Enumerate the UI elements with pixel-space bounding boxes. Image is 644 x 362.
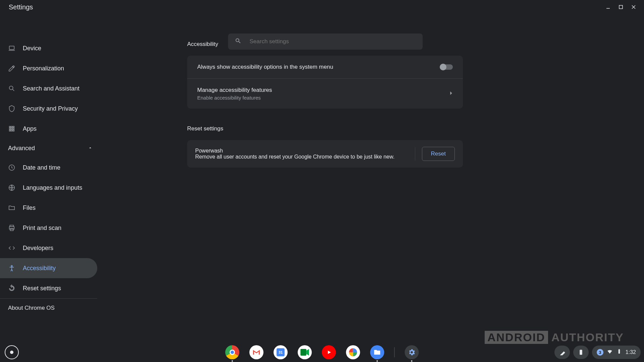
section-title-reset: Reset settings bbox=[187, 125, 644, 132]
svg-point-6 bbox=[9, 86, 13, 90]
chevron-right-icon bbox=[449, 91, 453, 97]
maximize-button[interactable] bbox=[614, 1, 627, 13]
shelf-app-files[interactable] bbox=[370, 345, 384, 359]
sidebar-item-search-assistant[interactable]: Search and Assistant bbox=[0, 78, 97, 99]
svg-rect-26 bbox=[619, 350, 620, 354]
sidebar-item-accessibility[interactable]: Accessibility bbox=[0, 258, 97, 278]
laptop-icon bbox=[8, 45, 15, 52]
svg-rect-10 bbox=[13, 126, 14, 128]
watermark-right: AUTHORITY bbox=[551, 331, 624, 344]
tray-clock: 1:32 bbox=[626, 349, 636, 355]
search-bar[interactable] bbox=[228, 34, 423, 50]
sidebar-item-label: Search and Assistant bbox=[23, 85, 79, 92]
sidebar-item-date-time[interactable]: Date and time bbox=[0, 158, 97, 178]
about-label: About Chrome OS bbox=[8, 305, 55, 311]
content-area: Accessibility Always show accessibility … bbox=[101, 14, 644, 362]
accessibility-icon bbox=[8, 264, 15, 272]
sidebar-item-label: Security and Privacy bbox=[23, 105, 78, 112]
sidebar-item-languages[interactable]: Languages and inputs bbox=[0, 178, 97, 198]
svg-rect-9 bbox=[11, 126, 12, 128]
tray-stylus[interactable] bbox=[554, 346, 570, 359]
sidebar-item-label: Apps bbox=[23, 125, 37, 132]
svg-rect-4 bbox=[9, 46, 14, 50]
shelf-app-photos[interactable] bbox=[346, 345, 360, 359]
sidebar-item-reset-settings[interactable]: Reset settings bbox=[0, 278, 97, 298]
search-icon bbox=[8, 85, 15, 92]
search-input[interactable] bbox=[250, 38, 416, 45]
sidebar-item-files[interactable]: Files bbox=[0, 198, 97, 218]
tray-status-area[interactable]: 3 1:32 bbox=[592, 346, 641, 359]
globe-icon bbox=[8, 184, 15, 191]
svg-rect-16 bbox=[13, 130, 14, 131]
sidebar-item-label: Print and scan bbox=[23, 225, 61, 232]
shelf-app-youtube[interactable] bbox=[322, 345, 336, 359]
manage-secondary: Enable accessibility features bbox=[197, 95, 272, 101]
shelf-app-gmail[interactable] bbox=[250, 345, 264, 359]
tray-phone-hub[interactable] bbox=[573, 346, 589, 359]
minimize-button[interactable] bbox=[602, 1, 614, 13]
chevron-up-icon bbox=[88, 145, 93, 152]
always-show-label: Always show accessibility options in the… bbox=[197, 64, 333, 70]
svg-rect-14 bbox=[9, 130, 11, 131]
svg-rect-24 bbox=[301, 349, 307, 356]
accessibility-card: Always show accessibility options in the… bbox=[187, 56, 463, 109]
clock-icon bbox=[8, 164, 15, 171]
svg-rect-27 bbox=[619, 349, 620, 350]
divider bbox=[415, 147, 415, 161]
launcher-button[interactable] bbox=[5, 345, 19, 359]
sidebar-item-label: Files bbox=[23, 204, 36, 212]
shelf-app-settings[interactable] bbox=[405, 345, 419, 359]
svg-rect-12 bbox=[11, 128, 12, 129]
sidebar-item-label: Date and time bbox=[23, 164, 60, 171]
svg-point-23 bbox=[11, 265, 12, 267]
svg-rect-1 bbox=[619, 5, 623, 9]
apps-icon bbox=[8, 125, 15, 132]
sidebar-advanced-toggle[interactable]: Advanced bbox=[0, 139, 101, 158]
shield-icon bbox=[8, 105, 15, 112]
svg-rect-11 bbox=[9, 128, 11, 129]
reset-card: Powerwash Remove all user accounts and r… bbox=[187, 140, 463, 168]
sidebar-item-label: Languages and inputs bbox=[23, 184, 82, 191]
manage-primary: Manage accessibility features bbox=[197, 87, 272, 94]
sidebar-item-label: Personalization bbox=[23, 65, 64, 72]
sidebar-item-label: Device bbox=[23, 45, 41, 52]
svg-rect-22 bbox=[10, 229, 13, 231]
pencil-icon bbox=[8, 65, 15, 72]
shelf-app-calendar[interactable]: 31 bbox=[274, 345, 288, 359]
reset-button[interactable]: Reset bbox=[422, 147, 455, 161]
svg-rect-8 bbox=[9, 126, 11, 128]
powerwash-secondary: Remove all user accounts and reset your … bbox=[195, 154, 408, 160]
shelf-app-meet[interactable] bbox=[298, 345, 312, 359]
sidebar-item-personalization[interactable]: Personalization bbox=[0, 58, 97, 78]
svg-rect-15 bbox=[11, 130, 12, 131]
watermark: ANDROID AUTHORITY bbox=[485, 331, 624, 344]
sidebar-item-label: Accessibility bbox=[23, 265, 56, 272]
always-show-row[interactable]: Always show accessibility options in the… bbox=[187, 56, 463, 78]
sidebar-item-developers[interactable]: Developers bbox=[0, 238, 97, 258]
close-button[interactable] bbox=[627, 1, 640, 13]
code-icon bbox=[8, 244, 15, 252]
search-icon bbox=[235, 38, 241, 46]
manage-accessibility-row[interactable]: Manage accessibility features Enable acc… bbox=[187, 78, 463, 109]
always-show-toggle[interactable] bbox=[440, 64, 453, 70]
sidebar-item-print-scan[interactable]: Print and scan bbox=[0, 218, 97, 238]
sidebar-item-apps[interactable]: Apps bbox=[0, 119, 97, 139]
shelf-app-chrome[interactable] bbox=[225, 345, 239, 359]
wifi-icon bbox=[607, 349, 613, 356]
sidebar-item-security-privacy[interactable]: Security and Privacy bbox=[0, 99, 97, 119]
svg-rect-25 bbox=[580, 350, 582, 355]
printer-icon bbox=[8, 224, 15, 232]
folder-icon bbox=[8, 204, 15, 212]
watermark-left: ANDROID bbox=[485, 331, 548, 344]
reset-icon bbox=[8, 285, 15, 292]
svg-line-7 bbox=[12, 89, 14, 91]
notification-badge: 3 bbox=[597, 349, 603, 356]
sidebar-about-chrome-os[interactable]: About Chrome OS bbox=[0, 299, 101, 317]
battery-icon bbox=[616, 349, 622, 356]
window-title: Settings bbox=[4, 3, 33, 11]
advanced-label: Advanced bbox=[8, 145, 35, 152]
sidebar-item-device[interactable]: Device bbox=[0, 38, 97, 58]
sidebar: Device Personalization Search and Assist… bbox=[0, 14, 101, 362]
powerwash-primary: Powerwash bbox=[195, 148, 408, 154]
shelf-separator bbox=[394, 347, 395, 357]
